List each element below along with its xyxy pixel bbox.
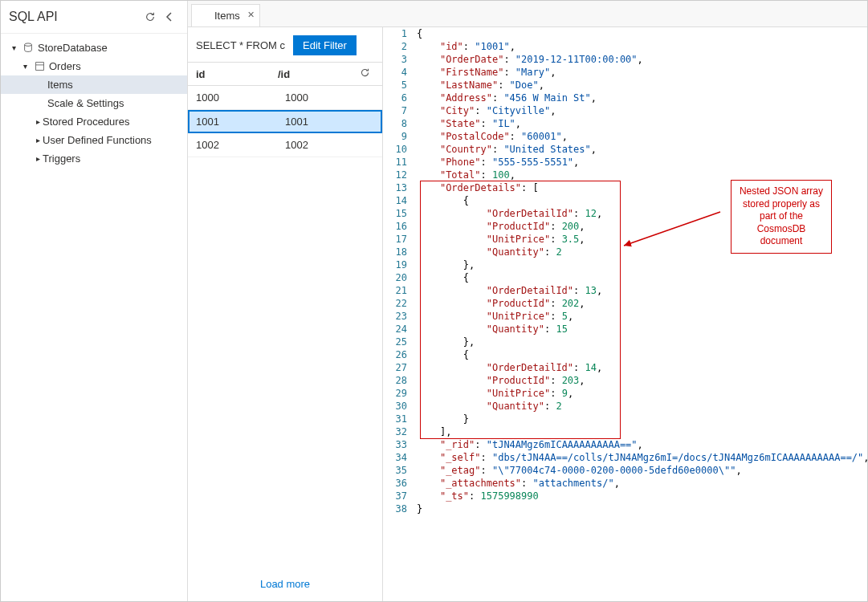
svg-point-0 — [25, 43, 32, 46]
tree-item-label: Stored Procedures — [43, 116, 129, 128]
tab-label: Items — [214, 10, 240, 22]
caret-down-icon: ▾ — [9, 43, 18, 52]
sidebar: SQL API ▾ StoreDatabase ▾ Orders — [1, 1, 188, 601]
callout-annotation: Nested JSON arraystored properly aspart … — [731, 180, 832, 254]
cell-id: 1001 — [196, 116, 285, 128]
collapse-icon[interactable] — [160, 7, 179, 26]
tab-strip: Items ✕ — [188, 1, 867, 27]
refresh-icon[interactable] — [141, 7, 160, 26]
tree-item-label: Scale & Settings — [47, 97, 124, 109]
api-title: SQL API — [9, 10, 141, 24]
tree-container[interactable]: ▾ Orders — [1, 57, 187, 75]
callout-text: Nested JSON arraystored properly aspart … — [740, 185, 823, 246]
tree-database[interactable]: ▾ StoreDatabase — [1, 39, 187, 57]
cell-pk: 1000 — [285, 92, 374, 104]
tab-items[interactable]: Items ✕ — [191, 4, 260, 26]
sidebar-header: SQL API — [1, 1, 187, 34]
refresh-icon[interactable] — [360, 67, 374, 80]
caret-right-icon: ▸ — [33, 154, 43, 163]
tree-item-label: Triggers — [43, 153, 80, 165]
list-row[interactable]: 10011001 — [188, 110, 382, 133]
cell-pk: 1002 — [285, 139, 374, 151]
tree-item-scale[interactable]: Scale & Settings — [1, 94, 187, 112]
close-icon[interactable]: ✕ — [247, 10, 255, 20]
filter-query: SELECT * FROM c — [196, 39, 285, 51]
edit-filter-button[interactable]: Edit Filter — [293, 35, 357, 55]
tree: ▾ StoreDatabase ▾ Orders Items Scale & S… — [1, 34, 187, 173]
filter-bar: SELECT * FROM c Edit Filter — [188, 27, 382, 62]
items-panel: SELECT * FROM c Edit Filter id /id 10001… — [188, 27, 383, 601]
tree-item-items[interactable]: Items — [1, 75, 187, 94]
cell-id: 1000 — [196, 92, 285, 104]
tree-item-sprocs[interactable]: ▸ Stored Procedures — [1, 112, 187, 131]
items-list-header: id /id — [188, 62, 382, 86]
items-list: 100010001001100110021002 — [188, 86, 382, 567]
cell-pk: 1001 — [285, 116, 374, 128]
list-row[interactable]: 10001000 — [188, 86, 382, 110]
list-row[interactable]: 10021002 — [188, 133, 382, 157]
database-icon — [22, 43, 35, 54]
tree-item-label: Items — [47, 79, 73, 91]
caret-down-icon: ▾ — [20, 62, 30, 71]
tree-database-label: StoreDatabase — [38, 42, 108, 54]
cell-id: 1002 — [196, 139, 285, 151]
tree-container-label: Orders — [49, 60, 81, 72]
code-area[interactable]: { "id": "1001", "OrderDate": "2019-12-11… — [417, 27, 867, 601]
caret-right-icon: ▸ — [33, 136, 43, 144]
load-more-link[interactable]: Load more — [188, 567, 382, 601]
col-pk: /id — [278, 68, 360, 80]
svg-rect-1 — [35, 63, 43, 71]
line-gutter: 1234567891011121314151617181920212223242… — [383, 27, 414, 601]
caret-right-icon: ▸ — [33, 117, 43, 126]
col-id: id — [196, 68, 278, 80]
tree-item-label: User Defined Functions — [43, 134, 152, 146]
container-icon — [33, 61, 46, 71]
tree-item-udfs[interactable]: ▸ User Defined Functions — [1, 131, 187, 149]
tree-item-triggers[interactable]: ▸ Triggers — [1, 149, 187, 168]
json-editor[interactable]: 1234567891011121314151617181920212223242… — [383, 27, 867, 601]
